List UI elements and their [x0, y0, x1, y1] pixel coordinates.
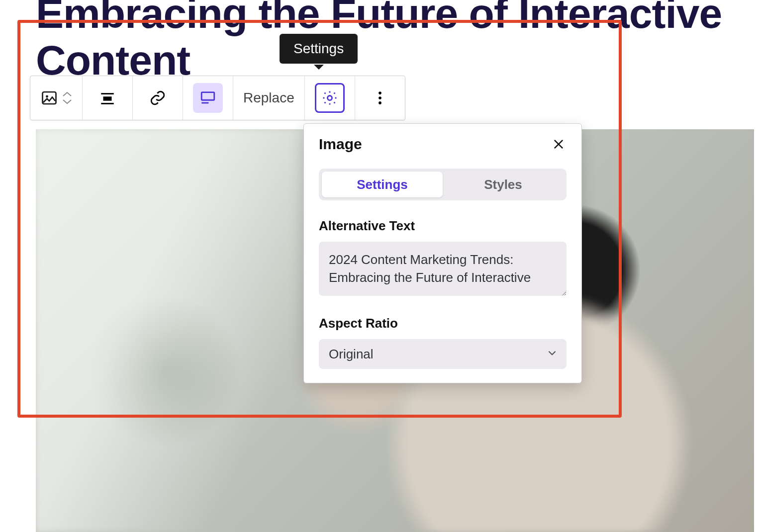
page-title: Embracing the Future of Interactive Cont…: [36, 0, 760, 84]
aspect-ratio-label: Aspect Ratio: [319, 316, 567, 331]
caption-cell: [183, 76, 233, 120]
settings-tooltip: Settings: [280, 34, 358, 64]
image-settings-panel: Image Settings Styles Alternative Text A…: [303, 123, 582, 383]
settings-cell: [305, 76, 355, 120]
align-icon: [99, 89, 116, 106]
more-vertical-icon: [372, 89, 388, 106]
aspect-ratio-select[interactable]: Original: [319, 339, 567, 369]
link-button[interactable]: [143, 83, 173, 113]
panel-tabs: Settings Styles: [319, 169, 567, 200]
more-cell: [355, 76, 405, 120]
caption-icon: [199, 89, 216, 106]
alt-text-label: Alternative Text: [319, 218, 567, 234]
block-mover[interactable]: [62, 90, 72, 105]
svg-point-10: [379, 101, 381, 104]
link-cell: [133, 76, 183, 120]
image-block-icon[interactable]: [40, 89, 58, 107]
align-button[interactable]: [93, 83, 122, 113]
gear-icon: [321, 89, 338, 106]
close-icon: [552, 137, 566, 151]
align-cell: [83, 76, 133, 120]
settings-button[interactable]: [315, 83, 345, 113]
block-toolbar: Replace: [30, 76, 405, 120]
link-icon: [149, 89, 166, 106]
svg-point-8: [379, 91, 381, 94]
svg-point-7: [327, 95, 332, 100]
caption-button[interactable]: [193, 83, 223, 113]
more-options-button[interactable]: [365, 83, 395, 113]
replace-cell: Replace: [233, 76, 305, 120]
svg-point-1: [46, 95, 48, 98]
close-button[interactable]: [551, 136, 567, 152]
panel-title: Image: [319, 136, 362, 153]
block-type-cell: [30, 76, 83, 120]
svg-rect-5: [201, 92, 214, 100]
chevron-down-icon: [62, 98, 72, 105]
chevron-up-icon: [62, 90, 72, 97]
svg-point-9: [379, 96, 381, 99]
tab-settings[interactable]: Settings: [322, 172, 443, 197]
svg-rect-0: [43, 92, 56, 104]
alt-text-input[interactable]: [319, 242, 567, 296]
svg-rect-3: [103, 96, 112, 101]
tab-styles[interactable]: Styles: [443, 172, 564, 197]
replace-button[interactable]: Replace: [243, 90, 294, 106]
